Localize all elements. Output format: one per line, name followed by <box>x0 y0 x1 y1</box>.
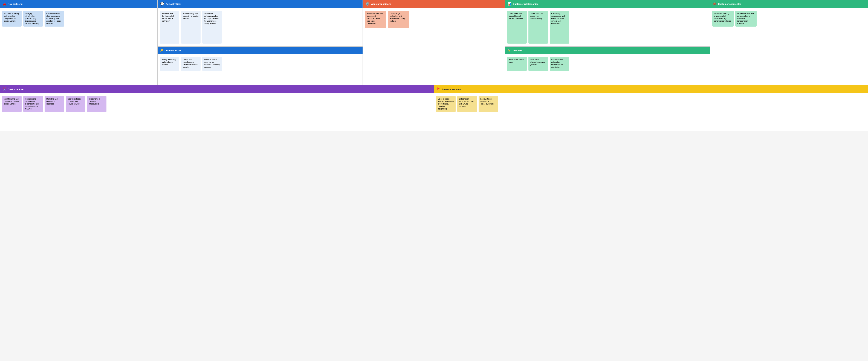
list-item: Tesla-owned physical stores and gallerie… <box>528 57 548 71</box>
customer-segments-icon: 🍩 <box>713 2 717 6</box>
list-item: Cutting-edge technology and autonomous d… <box>388 11 409 28</box>
revenue-sources-section: 🚩 Revenue sources: Sales of electric veh… <box>434 85 868 131</box>
cost-structure-header: ✂️ Cost structure: <box>0 85 434 93</box>
channels-title: Channels: <box>512 49 523 52</box>
cost-structure-icon: ✂️ <box>2 87 6 91</box>
list-item: Design and manufacturing capabilities el… <box>181 57 200 71</box>
list-item: Community engagement and events for Tesl… <box>550 11 569 44</box>
cost-structure-body: Manufacturing and production costs for e… <box>0 93 434 131</box>
customer-relationships-icon: 📊 <box>507 2 512 6</box>
list-item: Marketing and advertising expenses <box>44 96 64 112</box>
value-proposition-title: Value proposition: <box>371 3 391 5</box>
list-item: Operational costs for sales and service … <box>66 96 85 112</box>
list-item: Collaboration with other automakers for … <box>44 11 64 27</box>
list-item: Energy storage solutions (e.g., Tesla Po… <box>478 96 498 112</box>
list-item: Electric vehicles with exceptional perfo… <box>365 11 386 28</box>
list-item: Research and development of electric veh… <box>160 11 179 44</box>
key-partners-icon: 🚗 <box>2 2 6 6</box>
key-activities-header: 💬 Key activities: <box>158 0 363 8</box>
revenue-sources-body: Sales of electric vehicles and related p… <box>434 93 868 131</box>
channels-icon: ✏️ <box>507 49 510 52</box>
customer-segments-section: 🍩 Customer segments: Individuals seeking… <box>710 0 868 85</box>
list-item: Online customer support and troubleshoot… <box>528 11 548 44</box>
cost-structure-title: Cost structure: <box>8 88 24 91</box>
list-item: Investments in charging infrastructure <box>87 96 106 112</box>
list-item: Battery technology and production facili… <box>160 57 179 71</box>
bottom-grid: ✂️ Cost structure: Manufacturing and pro… <box>0 85 868 131</box>
key-partners-body: Suppliers of battery cells and other com… <box>0 8 157 85</box>
list-item: Manufacturing and assembly of electric v… <box>181 11 200 44</box>
list-item: Direct sales and support through Tesla's… <box>507 11 527 44</box>
key-activities-body: Research and development of electric veh… <box>158 8 363 47</box>
key-partners-section: 🚗 Key partners: Suppliers of battery cel… <box>0 0 158 85</box>
list-item: Individuals seeking environmentally-frie… <box>712 11 734 27</box>
value-proposition-header: ⚙️ Value proposition: <box>363 0 504 8</box>
customer-segments-body: Individuals seeking environmentally-frie… <box>710 8 868 85</box>
list-item: Suppliers of battery cells and other com… <box>2 11 22 27</box>
value-proposition-body: Electric vehicles with exceptional perfo… <box>363 8 504 85</box>
customer-relationships-header: 📊 Customer relationships: <box>505 0 710 8</box>
list-item: Subscription services (e.g., Full Self-D… <box>457 96 477 112</box>
key-partners-header: 🚗 Key partners: <box>0 0 157 8</box>
revenue-sources-header: 🚩 Revenue sources: <box>434 85 868 93</box>
revenue-sources-icon: 🚩 <box>436 87 440 91</box>
key-activities-icon: 💬 <box>160 2 164 6</box>
list-item: Charging infrastructure providers (e.g.,… <box>23 11 43 27</box>
list-item: Sales of electric vehicles and related p… <box>436 96 456 112</box>
list-item: Partnering with automotive dealerships f… <box>550 57 569 71</box>
customer-segments-title: Customer segments: <box>718 3 741 5</box>
revenue-sources-title: Revenue sources: <box>442 88 462 91</box>
key-partners-title: Key partners: <box>8 3 23 5</box>
channels-body: website and online store Tesla-owned phy… <box>505 54 710 85</box>
customer-relationships-section: 📊 Customer relationships: Direct sales a… <box>505 0 710 85</box>
customer-relationships-body: Direct sales and support through Tesla's… <box>505 8 710 47</box>
list-item: website and online store <box>507 57 527 71</box>
customer-segments-header: 🍩 Customer segments: <box>710 0 868 8</box>
value-proposition-icon: ⚙️ <box>365 2 369 6</box>
channels-section: ✏️ Channels: website and online store Te… <box>505 47 710 85</box>
list-item: Tech enthusiasts and early adopters of i… <box>735 11 756 27</box>
channels-header: ✏️ Channels: <box>505 47 710 54</box>
list-item: Manufacturing and production costs for e… <box>2 96 22 112</box>
business-model-canvas: 🚗 Key partners: Suppliers of battery cel… <box>0 0 868 131</box>
core-resources-body: Battery technology and production facili… <box>158 54 363 85</box>
list-item: Software and AI expertise for autonomous… <box>202 57 222 71</box>
core-resources-header: 🔑 Core resources: <box>158 47 363 54</box>
list-item: Research and development expenses for ne… <box>23 96 43 112</box>
value-proposition-section: ⚙️ Value proposition: Electric vehicles … <box>363 0 505 85</box>
key-activities-section: 💬 Key activities: Research and developme… <box>158 0 363 85</box>
list-item: Continuous software updates and improvem… <box>202 11 222 44</box>
core-resources-icon: 🔑 <box>160 49 163 52</box>
core-resources-title: Core resources: <box>164 49 182 52</box>
cost-structure-section: ✂️ Cost structure: Manufacturing and pro… <box>0 85 434 131</box>
key-activities-title: Key activities: <box>165 3 181 5</box>
customer-relationships-title: Customer relationships: <box>513 3 539 5</box>
top-grid: 🚗 Key partners: Suppliers of battery cel… <box>0 0 868 85</box>
core-resources-section: 🔑 Core resources: Battery technology and… <box>158 47 363 85</box>
